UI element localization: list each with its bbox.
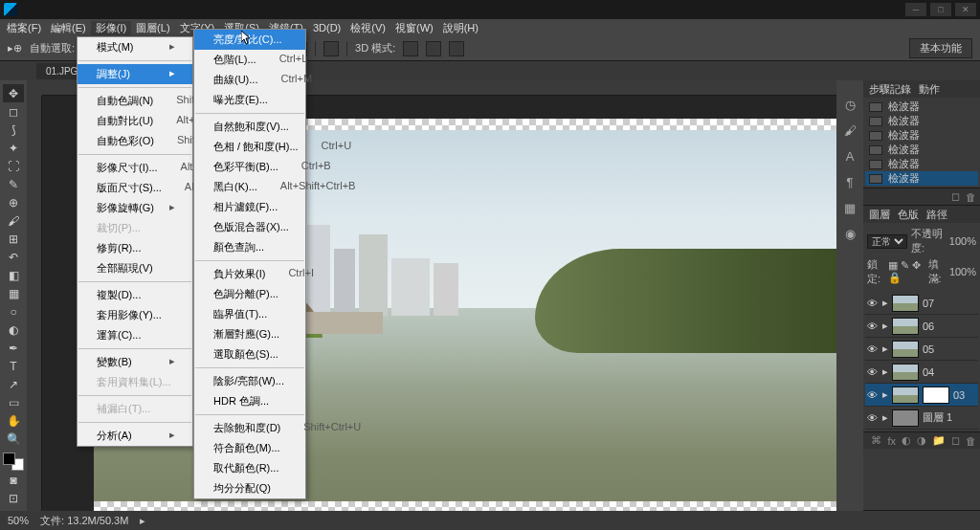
3d-icon[interactable] xyxy=(426,41,441,56)
group-icon[interactable]: 📁 xyxy=(932,434,946,447)
layer-row[interactable]: 👁▸圖層 1 xyxy=(865,407,978,430)
menu-layer[interactable]: 圖層(L) xyxy=(131,21,174,35)
history-brush-tool[interactable]: ↶ xyxy=(3,248,24,266)
doc-size[interactable]: 文件: 13.2M/50.3M xyxy=(40,514,128,528)
tab-history[interactable]: 步驟記錄 xyxy=(869,82,911,97)
path-tool[interactable]: ↗ xyxy=(3,376,24,394)
quickmask-icon[interactable]: ◙ xyxy=(3,471,24,489)
menu-item-match-color[interactable]: 符合顏色(M)... xyxy=(194,438,305,458)
adjustment-icon[interactable]: ◑ xyxy=(917,434,926,447)
marquee-tool[interactable]: ◻ xyxy=(3,102,24,121)
crop-tool[interactable]: ⛶ xyxy=(3,157,24,175)
blend-mode-select[interactable]: 正常 xyxy=(867,234,907,249)
color-swatches[interactable] xyxy=(3,453,24,471)
hand-tool[interactable]: ✋ xyxy=(3,412,24,431)
menu-item-vibrance[interactable]: 自然飽和度(V)... xyxy=(194,117,305,137)
tab-paths[interactable]: 路徑 xyxy=(926,208,947,222)
stamp-tool[interactable]: ⊞ xyxy=(3,230,24,248)
menu-item-threshold[interactable]: 臨界值(T)... xyxy=(194,304,305,324)
type-tool[interactable]: T xyxy=(3,358,24,376)
menu-file[interactable]: 檔案(F) xyxy=(2,21,46,35)
menu-edit[interactable]: 編輯(E) xyxy=(46,21,91,35)
menu-item-hdr-toning[interactable]: HDR 色調... xyxy=(194,391,305,411)
swatches-panel-icon[interactable]: ▦ xyxy=(844,201,856,215)
para-panel-icon[interactable]: ¶ xyxy=(847,175,854,189)
menu-item-auto-contrast[interactable]: 自動對比(U)Alt+Shift+Ctrl+L xyxy=(78,111,192,131)
visibility-icon[interactable]: 👁 xyxy=(867,343,879,355)
3d-icon[interactable] xyxy=(403,41,418,56)
history-item[interactable]: 檢波器 xyxy=(865,157,978,171)
menu-item-canvas-size[interactable]: 版面尺寸(S)...Alt+Ctrl+C xyxy=(78,178,192,198)
menu-item-trim[interactable]: 修剪(R)... xyxy=(78,238,192,258)
minimize-button[interactable]: ─ xyxy=(905,3,926,16)
healing-tool[interactable]: ⊕ xyxy=(3,193,24,211)
trash-icon[interactable]: 🗑 xyxy=(966,191,976,203)
menu-image[interactable]: 影像(I) xyxy=(91,21,131,35)
trash-icon[interactable]: 🗑 xyxy=(966,435,976,447)
visibility-icon[interactable]: 👁 xyxy=(867,298,879,309)
menu-window[interactable]: 視窗(W) xyxy=(390,21,438,35)
history-item[interactable]: 檢波器 xyxy=(865,171,978,186)
menu-item-analysis[interactable]: 分析(A)▸ xyxy=(78,426,192,446)
menu-item-mode[interactable]: 模式(M)▸ xyxy=(78,37,192,57)
history-item[interactable]: 檢波器 xyxy=(865,128,978,143)
menu-item-image-size[interactable]: 影像尺寸(I)...Alt+Ctrl+I xyxy=(78,158,192,178)
menu-item-color-lookup[interactable]: 顏色查詢... xyxy=(194,237,305,257)
visibility-icon[interactable]: 👁 xyxy=(867,412,879,424)
menu-item-adjustments[interactable]: 調整(J)▸ xyxy=(78,64,192,84)
menu-item-photo-filter[interactable]: 相片濾鏡(F)... xyxy=(194,197,305,217)
opacity-value[interactable]: 100% xyxy=(949,235,976,247)
layer-row[interactable]: 👁▸07 xyxy=(865,292,978,315)
char-panel-icon[interactable]: A xyxy=(846,149,855,164)
menu-item-equalize[interactable]: 均分分配(Q) xyxy=(194,478,305,498)
brush-panel-icon[interactable]: 🖌 xyxy=(844,123,857,138)
layer-row[interactable]: 👁▸06 xyxy=(865,315,978,338)
visibility-icon[interactable]: 👁 xyxy=(867,366,879,378)
shape-tool[interactable]: ▭ xyxy=(3,394,24,412)
close-button[interactable]: ✕ xyxy=(955,3,976,16)
fx-icon[interactable]: fx xyxy=(887,435,896,447)
info-panel-icon[interactable]: ◉ xyxy=(845,227,856,241)
zoom-tool[interactable]: 🔍 xyxy=(3,431,24,449)
chevron-right-icon[interactable]: ▸ xyxy=(140,515,145,527)
history-item[interactable]: 檢波器 xyxy=(865,143,978,157)
layer-mask[interactable] xyxy=(923,386,949,404)
visibility-icon[interactable]: 👁 xyxy=(867,320,879,332)
menu-item-duplicate[interactable]: 複製(D)... xyxy=(78,285,192,305)
menu-item-shadows-highlights[interactable]: 陰影/亮部(W)... xyxy=(194,371,305,391)
move-tool[interactable]: ✥ xyxy=(3,84,24,102)
menu-view[interactable]: 檢視(V) xyxy=(345,21,390,35)
tab-channels[interactable]: 色版 xyxy=(898,208,919,222)
history-item[interactable]: 檢波器 xyxy=(865,99,978,114)
menu-item-apply-image[interactable]: 套用影像(Y)... xyxy=(78,305,192,325)
layer-row[interactable]: 👁▸03 xyxy=(865,384,978,407)
menu-item-posterize[interactable]: 色調分離(P)... xyxy=(194,284,305,304)
menu-item-invert[interactable]: 負片效果(I)Ctrl+I xyxy=(194,264,305,284)
menu-item-crop[interactable]: 裁切(P)... xyxy=(78,218,192,238)
zoom-level[interactable]: 50% xyxy=(8,515,29,526)
menu-item-levels[interactable]: 色階(L)...Ctrl+L xyxy=(194,50,305,70)
new-snapshot-icon[interactable]: ◻ xyxy=(951,190,960,203)
menu-item-datasets[interactable]: 套用資料集(L)... xyxy=(78,372,192,392)
menu-3d[interactable]: 3D(D) xyxy=(308,22,345,33)
menu-item-desaturate[interactable]: 去除飽和度(D)Shift+Ctrl+U xyxy=(194,418,305,438)
menu-item-selective-color[interactable]: 選取顏色(S)... xyxy=(194,344,305,364)
menu-item-curves[interactable]: 曲線(U)...Ctrl+M xyxy=(194,70,305,90)
screenmode-icon[interactable]: ⊡ xyxy=(3,489,24,507)
menu-item-auto-tone[interactable]: 自動色調(N)Shift+Ctrl+L xyxy=(78,91,192,111)
tool-preset-icon[interactable]: ▸⊕ xyxy=(8,42,22,55)
menu-item-trap[interactable]: 補漏白(T)... xyxy=(78,399,192,419)
distribute-icon[interactable] xyxy=(323,41,339,56)
layer-row[interactable]: 👁▸04 xyxy=(865,361,978,384)
lasso-tool[interactable]: ⟆ xyxy=(3,121,24,139)
menu-item-hue-sat[interactable]: 色相 / 飽和度(H)...Ctrl+U xyxy=(194,137,305,157)
foreground-color[interactable] xyxy=(3,453,15,465)
visibility-icon[interactable]: 👁 xyxy=(867,389,879,401)
pen-tool[interactable]: ✒ xyxy=(3,340,24,358)
menu-item-reveal-all[interactable]: 全部顯現(V) xyxy=(78,258,192,278)
fill-value[interactable]: 100% xyxy=(949,266,976,277)
workspace-switcher[interactable]: 基本功能 xyxy=(909,38,972,58)
menu-bar[interactable]: 檔案(F) 編輯(E) 影像(I) 圖層(L) 文字(Y) 選取(S) 濾鏡(T… xyxy=(0,19,980,36)
brush-tool[interactable]: 🖌 xyxy=(3,211,24,230)
eraser-tool[interactable]: ◧ xyxy=(3,266,24,284)
